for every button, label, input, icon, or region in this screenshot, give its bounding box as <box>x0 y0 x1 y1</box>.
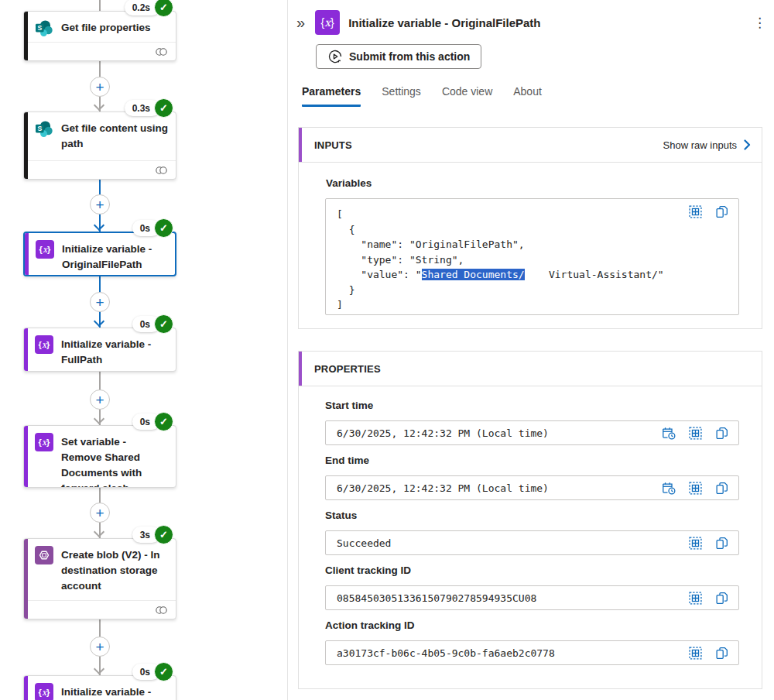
tab-parameters[interactable]: Parameters <box>302 85 361 107</box>
field-start-time: Start time 6/30/2025, 12:42:32 PM (Local… <box>325 400 739 445</box>
selected-text: Shared Documents/ <box>422 269 525 280</box>
flow-card-get-file-content[interactable]: S Get file content using path <box>23 112 176 180</box>
field-label: Action tracking ID <box>325 619 739 631</box>
chevron-right-icon <box>744 139 751 150</box>
connector-color-bar <box>24 676 28 700</box>
inputs-heading: INPUTS <box>314 139 352 151</box>
arrow-down-icon <box>94 220 104 231</box>
field-label: Status <box>325 510 739 521</box>
run-status-badge: 0.3s ✓ <box>125 98 173 118</box>
run-status-badge: 0s ✓ <box>132 314 173 334</box>
power-automate-run-view: 0.2s ✓ S Get file properties + 0.3s ✓ S … <box>0 0 774 700</box>
copy-icon[interactable] <box>715 537 728 550</box>
copy-icon[interactable] <box>715 482 728 495</box>
insert-step-button[interactable]: + <box>90 194 110 214</box>
field-end-time: End time 6/30/2025, 12:42:32 PM (Local t… <box>325 455 739 500</box>
success-check-icon: ✓ <box>154 0 173 17</box>
success-check-icon: ✓ <box>154 98 173 118</box>
svg-text:S: S <box>37 24 42 32</box>
success-check-icon: ✓ <box>154 412 173 431</box>
success-check-icon: ✓ <box>154 218 173 238</box>
arrow-down-icon <box>94 100 104 111</box>
sharepoint-icon: S <box>35 119 53 138</box>
card-title: Get file properties <box>61 19 151 36</box>
connector-color-bar <box>24 539 28 619</box>
flow-connector-line <box>99 0 101 11</box>
field-value: a30173cf-b06c-4b05-9c0b-fa6aeb2c0778 <box>337 647 689 659</box>
flow-card-get-file-properties[interactable]: S Get file properties <box>23 11 176 61</box>
card-title: Initialize variable - OriginalFilePath <box>62 240 167 273</box>
run-status-badge: 0s ✓ <box>132 218 173 238</box>
arrow-down-icon <box>94 527 104 537</box>
tab-about[interactable]: About <box>513 85 542 107</box>
connector-color-bar <box>24 426 28 487</box>
arrow-down-icon <box>94 413 104 424</box>
show-as-table-icon[interactable] <box>689 537 702 550</box>
arrow-down-icon <box>94 316 104 327</box>
field-value-box: Succeeded <box>325 530 739 555</box>
submit-from-action-button[interactable]: Submit from this action <box>316 44 481 69</box>
card-footer <box>28 600 176 619</box>
sharepoint-icon: S <box>35 19 53 37</box>
card-title: Get file content using path <box>61 119 168 152</box>
flow-card-set-variable[interactable]: {x} Set variable - Remove Shared Documen… <box>23 425 176 488</box>
properties-section-header: PROPERTIES <box>298 351 762 386</box>
arrow-down-icon <box>94 664 104 674</box>
tab-settings[interactable]: Settings <box>382 85 421 107</box>
variable-icon: {x} <box>35 683 53 700</box>
insert-step-button[interactable]: + <box>90 292 110 312</box>
connector-color-bar <box>24 328 28 371</box>
field-value: Succeeded <box>337 537 689 549</box>
collapse-panel-icon[interactable]: » <box>295 15 307 30</box>
flow-card-create-blob[interactable]: Create blob (V2) - In destination storag… <box>23 538 176 619</box>
variable-icon: {x} <box>36 240 54 259</box>
success-check-icon: ✓ <box>154 662 173 681</box>
connection-icon <box>155 47 168 57</box>
azure-blob-icon <box>35 546 53 564</box>
card-title: Create blob (V2) - In destination storag… <box>61 546 168 594</box>
panel-title: Initialize variable - OriginalFilePath <box>348 16 740 29</box>
field-value-box: a30173cf-b06c-4b05-9c0b-fa6aeb2c0778 <box>325 640 739 665</box>
card-title: Initialize variable - FullPath <box>61 335 168 368</box>
show-as-table-icon[interactable] <box>689 647 702 660</box>
tab-code-view[interactable]: Code view <box>442 85 492 107</box>
insert-step-button[interactable]: + <box>90 503 110 523</box>
success-check-icon: ✓ <box>154 525 173 544</box>
connection-icon <box>155 606 168 615</box>
show-raw-inputs-link[interactable]: Show raw inputs <box>663 139 751 151</box>
field-value: 6/30/2025, 12:42:32 PM (Local time) <box>337 482 662 494</box>
section-accent-bar <box>299 128 302 162</box>
more-menu-icon[interactable]: ⋮ <box>748 15 771 31</box>
field-value-box: 6/30/2025, 12:42:32 PM (Local time) <box>325 475 739 500</box>
run-status-badge: 0s ✓ <box>132 662 173 681</box>
insert-step-button[interactable]: + <box>90 389 110 410</box>
field-client-tracking-id: Client tracking ID 085845030513361507902… <box>325 564 739 610</box>
copy-icon[interactable] <box>715 592 728 605</box>
show-raw-inputs-label: Show raw inputs <box>663 139 737 151</box>
tab-bar: Parameters Settings Code view About <box>302 85 542 107</box>
submit-button-label: Submit from this action <box>349 50 470 63</box>
show-as-table-icon[interactable] <box>689 482 702 495</box>
calendar-clock-icon[interactable] <box>662 427 676 440</box>
show-as-table-icon[interactable] <box>689 592 702 605</box>
card-title: Set variable - Remove Shared Documents w… <box>61 433 168 488</box>
flow-card-initialize-variable-originalfilepath[interactable]: {x} Initialize variable - OriginalFilePa… <box>23 232 176 276</box>
connector-color-bar <box>24 112 28 179</box>
copy-icon[interactable] <box>715 427 728 440</box>
copy-icon[interactable] <box>715 205 728 218</box>
insert-step-button[interactable]: + <box>90 637 110 657</box>
svg-text:S: S <box>37 125 42 132</box>
variable-icon: {x} <box>35 335 53 354</box>
variable-icon: {x} <box>35 433 53 451</box>
field-status: Status Succeeded <box>325 510 739 555</box>
show-as-table-icon[interactable] <box>689 427 702 440</box>
card-footer <box>28 160 176 179</box>
copy-icon[interactable] <box>715 647 728 660</box>
field-label: End time <box>325 455 739 466</box>
insert-step-button[interactable]: + <box>90 77 110 97</box>
calendar-clock-icon[interactable] <box>662 482 676 495</box>
properties-heading: PROPERTIES <box>314 363 381 375</box>
flow-card-initialize-variable-fullpath[interactable]: {x} Initialize variable - FullPath <box>23 328 176 372</box>
show-as-table-icon[interactable] <box>689 205 702 218</box>
panel-header: » {x} Initialize variable - OriginalFile… <box>295 9 771 36</box>
